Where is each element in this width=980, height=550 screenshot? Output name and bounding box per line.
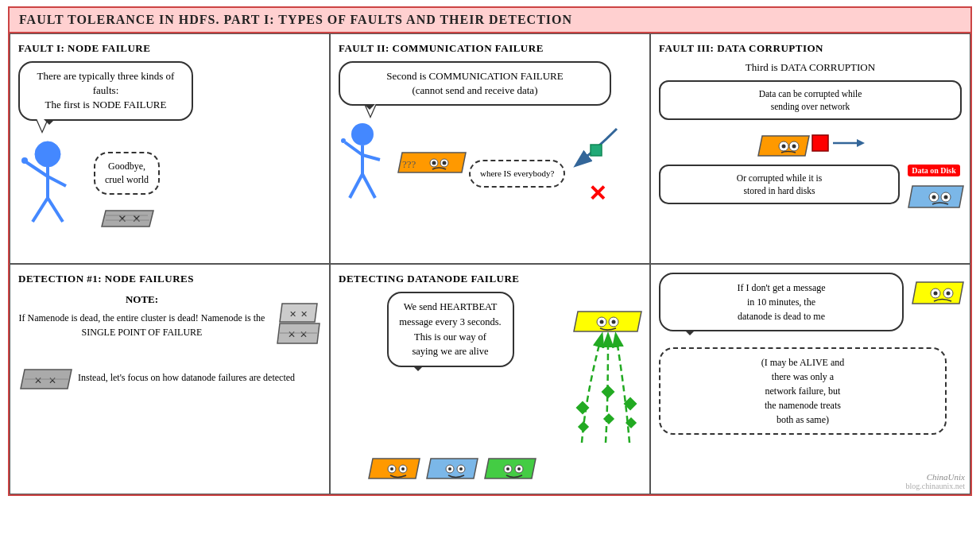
- svg-point-64: [517, 467, 521, 471]
- cell3-callout2: Or corrupted while it is stored in hard …: [659, 165, 900, 204]
- svg-marker-7: [102, 211, 153, 227]
- cell-node-failure: FAULT I: NODE FAILURE There are typicall…: [10, 33, 330, 264]
- svg-text:✕: ✕: [300, 309, 308, 319]
- svg-point-54: [401, 467, 405, 471]
- svg-point-12: [351, 123, 374, 145]
- content-grid: FAULT I: NODE FAILURE There are typicall…: [10, 33, 970, 494]
- cell5-title: DETECTING DATANODE FAILURE: [339, 273, 641, 285]
- cell2-speech1: Second is COMMUNICATION FAILURE (cannot …: [339, 61, 611, 106]
- cell1-speech1-text: There are typically three kinds of fault…: [37, 70, 175, 110]
- heartbeat-diagram: [570, 292, 641, 451]
- svg-text:✕: ✕: [34, 375, 42, 386]
- cell2-speech2: where IS everybody?: [469, 160, 565, 188]
- svg-point-38: [944, 196, 948, 199]
- confused-disk: ???: [394, 141, 466, 176]
- svg-point-68: [600, 320, 604, 324]
- cell1-speech2: Goodbye, cruel world: [94, 152, 160, 195]
- cell3-text1: Third is DATA CORRUPTION: [659, 61, 962, 74]
- svg-line-3: [48, 176, 66, 186]
- svg-point-6: [21, 157, 28, 164]
- svg-point-23: [432, 161, 436, 165]
- cell6-speech2-text: (I may be ALIVE and there was only a net…: [761, 357, 845, 425]
- svg-text:✕: ✕: [300, 329, 308, 340]
- svg-text:✕: ✕: [288, 329, 296, 340]
- svg-point-29: [782, 145, 786, 149]
- svg-line-15: [362, 155, 380, 160]
- main-container: FAULT TOLERANCE IN HDFS. PART I: TYPES O…: [8, 6, 972, 496]
- happy-disk-3: [482, 451, 534, 481]
- svg-point-0: [35, 141, 60, 167]
- cell4-note: NOTE: If Namenode is dead, the entire cl…: [18, 292, 265, 339]
- svg-line-17: [362, 174, 375, 198]
- cell3-callout1: Data can be corrupted while sending over…: [659, 80, 962, 120]
- cell1-title: FAULT I: NODE FAILURE: [18, 42, 321, 55]
- svg-point-30: [792, 145, 796, 149]
- cell3-title: FAULT III: DATA CORRUPTION: [659, 42, 962, 55]
- cell-comm-failure: FAULT II: COMMUNICATION FAILURE Second i…: [330, 33, 650, 264]
- svg-text:✕: ✕: [48, 375, 56, 386]
- cell6-speech1-text: If I don't get a message in 10 minutes, …: [737, 282, 825, 322]
- svg-point-63: [506, 467, 509, 471]
- cell2-speech2-text: where IS everybody?: [480, 168, 554, 178]
- svg-point-59: [459, 467, 463, 471]
- svg-point-53: [390, 467, 393, 471]
- stick-figure-1: [18, 138, 78, 234]
- cell-data-corruption: FAULT III: DATA CORRUPTION Third is DATA…: [650, 33, 970, 264]
- svg-point-18: [341, 138, 346, 143]
- svg-text:✕: ✕: [118, 213, 127, 225]
- svg-point-80: [947, 292, 951, 296]
- svg-point-24: [443, 161, 447, 165]
- comm-arrow: [573, 121, 621, 176]
- svg-rect-71: [602, 385, 615, 399]
- svg-text:✕: ✕: [132, 213, 141, 225]
- happy-disk-1: [366, 451, 418, 481]
- svg-line-4: [33, 198, 48, 222]
- title-bar: FAULT TOLERANCE IN HDFS. PART I: TYPES O…: [10, 8, 970, 33]
- svg-point-79: [934, 292, 938, 296]
- cell5-speech: We send HEARTBEAT message every 3 second…: [387, 292, 514, 367]
- svg-line-5: [48, 198, 63, 222]
- svg-rect-70: [576, 401, 590, 415]
- watermark-line2: blog.chinaunix.net: [906, 482, 965, 490]
- network-arrow: [833, 135, 865, 151]
- cell3-callout2-text: Or corrupted while it is stored in hard …: [737, 173, 822, 196]
- svg-line-16: [350, 174, 362, 198]
- cell-detection-node: DETECTION #1: NODE FAILURES NOTE: If Nam…: [10, 264, 330, 494]
- cell1-speech1: There are typically three kinds of fault…: [18, 61, 193, 121]
- dead-disk-footer: ✕ ✕: [18, 363, 70, 391]
- cell1-speech2-text: Goodbye, cruel world: [105, 161, 149, 185]
- cell3-callout1-text: Data can be corrupted while sending over…: [759, 89, 862, 111]
- svg-point-69: [612, 320, 616, 324]
- corrupt-disk-stored: [906, 178, 962, 210]
- svg-marker-33: [857, 139, 865, 147]
- cell2-speech1-text: Second is COMMUNICATION FAILURE (cannot …: [386, 70, 564, 96]
- cell2-title: FAULT II: COMMUNICATION FAILURE: [339, 42, 641, 55]
- cell4-note-title: NOTE:: [18, 292, 265, 308]
- svg-marker-43: [280, 304, 317, 322]
- cell6-speech2: (I may be ALIVE and there was only a net…: [659, 347, 947, 435]
- watermark-line1: ChinaUnix: [906, 472, 965, 482]
- stick-figure-2: [339, 120, 386, 207]
- cell4-note-body: If Namenode is dead, the entire cluster …: [18, 311, 265, 339]
- page-title: FAULT TOLERANCE IN HDFS. PART I: TYPES O…: [19, 13, 572, 26]
- svg-rect-73: [578, 421, 589, 432]
- red-x-icon: ✕: [588, 180, 606, 207]
- data-on-disk-label: Data on Disk: [908, 165, 960, 176]
- svg-marker-65: [574, 312, 641, 331]
- cell4-title: DETECTION #1: NODE FAILURES: [18, 273, 321, 285]
- namenode-icon: ✕ ✕ ✕ ✕: [273, 292, 321, 347]
- svg-rect-31: [812, 135, 828, 151]
- svg-text:✕: ✕: [289, 309, 296, 319]
- cell6-speech1: If I don't get a message in 10 minutes, …: [659, 273, 904, 331]
- svg-point-58: [448, 467, 451, 471]
- corruption-block: [812, 134, 829, 152]
- cell4-footer: Instead, let's focus on how datanode fai…: [78, 370, 295, 385]
- svg-rect-25: [591, 145, 602, 156]
- watermark: ChinaUnix blog.chinaunix.net: [906, 472, 965, 490]
- svg-point-37: [932, 196, 936, 199]
- sad-namenode: [910, 273, 962, 306]
- svg-text:???: ???: [402, 158, 416, 170]
- cell-detect-datanode: DETECTING DATANODE FAILURE We send HEART…: [330, 264, 650, 494]
- happy-disk-2: [424, 451, 476, 481]
- dead-disk-1: ✕ ✕: [94, 203, 157, 230]
